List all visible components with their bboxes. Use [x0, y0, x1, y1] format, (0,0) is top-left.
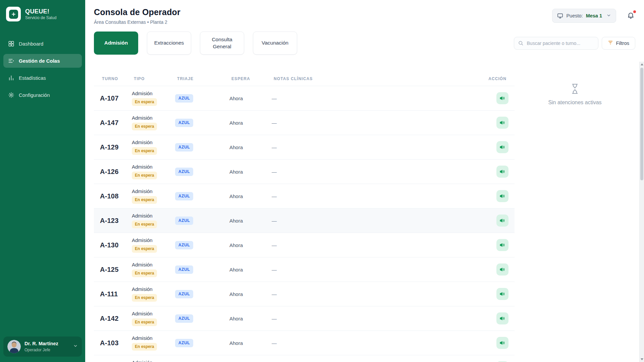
accion-cell [496, 312, 508, 324]
page-header: Consola de Operador Área Consultas Exter… [94, 7, 635, 25]
notas-cell: — [272, 144, 478, 150]
triaje-badge: AZUL [175, 168, 193, 176]
table-row[interactable]: A-130AdmisiónEn esperaAZULAhora— [94, 233, 515, 257]
user-menu[interactable]: Dr. R. Martínez Operador Jefe [3, 337, 82, 357]
tipo-cell: AdmisiónEn espera [132, 237, 175, 253]
accion-cell [496, 263, 508, 276]
scroll-down-arrow[interactable] [640, 357, 644, 362]
espera-cell: Ahora [229, 169, 272, 175]
turno-cell: A-147 [100, 119, 132, 127]
turno-cell: A-125 [100, 266, 132, 274]
accion-cell [496, 337, 508, 349]
triaje-cell: AZUL [175, 94, 229, 103]
table-row[interactable]: A-111AdmisiónEn esperaAZULAhora— [94, 282, 515, 306]
user-role: Operador Jefe [24, 348, 58, 352]
table-row[interactable]: A-129AdmisiónEn esperaAZULAhora— [94, 135, 515, 160]
search-box [514, 37, 598, 50]
column-header: ACCIÓN [476, 76, 506, 81]
estado-badge: En espera [132, 98, 157, 106]
tab-admisión[interactable]: Admisión [94, 32, 138, 55]
espera-cell: Ahora [229, 267, 272, 273]
triaje-cell: AZUL [175, 217, 229, 225]
queue-table: TURNOTIPOTRIAJEESPERANOTAS CLÍNICASACCIÓ… [94, 71, 515, 362]
sidebar-item-configuracion[interactable]: Configuración [3, 88, 82, 102]
table-row[interactable]: AdmisiónEn espera [94, 355, 515, 362]
estado-badge: En espera [132, 221, 157, 228]
notas-cell: — [272, 267, 478, 273]
triaje-cell: AZUL [175, 314, 229, 323]
triaje-cell: AZUL [175, 290, 229, 298]
table-row[interactable]: A-125AdmisiónEn esperaAZULAhora— [94, 257, 515, 282]
notas-cell: — [272, 316, 478, 321]
announce-button[interactable] [496, 312, 508, 324]
scrollbar[interactable] [639, 62, 644, 362]
sidebar-item-dashboard[interactable]: Dashboard [3, 37, 82, 51]
announce-button[interactable] [496, 239, 508, 251]
search-input[interactable] [514, 37, 598, 50]
tipo-cell: AdmisiónEn espera [132, 360, 175, 362]
notifications-button[interactable] [626, 11, 635, 21]
chevron-down-icon [73, 344, 78, 350]
queue-table-header: TURNOTIPOTRIAJEESPERANOTAS CLÍNICASACCIÓ… [94, 71, 515, 86]
accion-cell [496, 166, 508, 178]
scrollbar-thumb[interactable] [640, 68, 643, 180]
table-row[interactable]: A-147AdmisiónEn esperaAZULAhora— [94, 111, 515, 135]
scroll-up-arrow[interactable] [640, 62, 644, 67]
announce-icon [499, 291, 505, 297]
app-name: QUEUE! [25, 8, 56, 15]
column-header: ESPERA [231, 76, 274, 81]
announce-button[interactable] [496, 263, 508, 276]
estado-badge: En espera [132, 172, 157, 179]
search-icon [518, 40, 524, 47]
tab-extracciones[interactable]: Extracciones [147, 32, 191, 55]
user-name: Dr. R. Martínez [24, 341, 58, 347]
tab-consulta-general[interactable]: Consulta General [200, 32, 244, 55]
table-row[interactable]: A-126AdmisiónEn esperaAZULAhora— [94, 160, 515, 184]
tipo-cell: AdmisiónEn espera [132, 262, 175, 277]
triaje-cell: AZUL [175, 339, 229, 347]
estado-badge: En espera [132, 269, 157, 277]
tipo-cell: AdmisiónEn espera [132, 139, 175, 155]
triaje-badge: AZUL [175, 241, 193, 249]
toolbar: Filtros [514, 37, 635, 50]
table-row[interactable]: A-142AdmisiónEn esperaAZULAhora— [94, 306, 515, 331]
announce-button[interactable] [496, 92, 508, 104]
queue-list-icon [8, 58, 14, 64]
filters-button[interactable]: Filtros [602, 37, 635, 50]
announce-button[interactable] [496, 117, 508, 129]
hourglass-icon [570, 83, 580, 96]
tipo-cell: AdmisiónEn espera [132, 213, 175, 228]
sidebar-item-label: Dashboard [19, 41, 43, 47]
puesto-selector[interactable]: Puesto: Mesa 1 [552, 9, 616, 23]
table-row[interactable]: A-103AdmisiónEn esperaAZULAhora— [94, 331, 515, 355]
sidebar-item-label: Estadísticas [19, 75, 46, 81]
announce-button[interactable] [496, 166, 508, 178]
announce-button[interactable] [496, 190, 508, 202]
tipo-label: Admisión [132, 311, 153, 316]
tab-vacunación[interactable]: Vacunación [253, 32, 297, 55]
turno-cell: A-142 [100, 315, 132, 322]
announce-button[interactable] [496, 288, 508, 300]
tipo-label: Admisión [132, 286, 153, 292]
notas-cell: — [272, 169, 478, 175]
announce-icon [499, 144, 505, 150]
announce-button[interactable] [496, 215, 508, 227]
announce-icon [499, 95, 505, 101]
triaje-cell: AZUL [175, 168, 229, 176]
dashboard-grid-icon [8, 41, 14, 47]
content-row: TURNOTIPOTRIAJEESPERANOTAS CLÍNICASACCIÓ… [94, 71, 635, 362]
sidebar-item-gestion-de-colas[interactable]: Gestión de Colas [3, 54, 82, 68]
accion-cell [496, 190, 508, 202]
tipo-cell: AdmisiónEn espera [132, 115, 175, 130]
table-row[interactable]: A-123AdmisiónEn esperaAZULAhora— [94, 208, 515, 233]
table-row[interactable]: A-108AdmisiónEn esperaAZULAhora— [94, 184, 515, 208]
sidebar-item-estadisticas[interactable]: Estadísticas [3, 71, 82, 85]
health-plus-icon [9, 10, 18, 19]
tabs: AdmisiónExtraccionesConsulta GeneralVacu… [94, 32, 297, 55]
table-row[interactable]: A-107AdmisiónEn esperaAZULAhora— [94, 86, 515, 111]
triaje-badge: AZUL [175, 265, 193, 274]
page-title: Consola de Operador [94, 7, 180, 17]
announce-button[interactable] [496, 141, 508, 153]
announce-button[interactable] [496, 337, 508, 349]
notas-cell: — [272, 242, 478, 248]
